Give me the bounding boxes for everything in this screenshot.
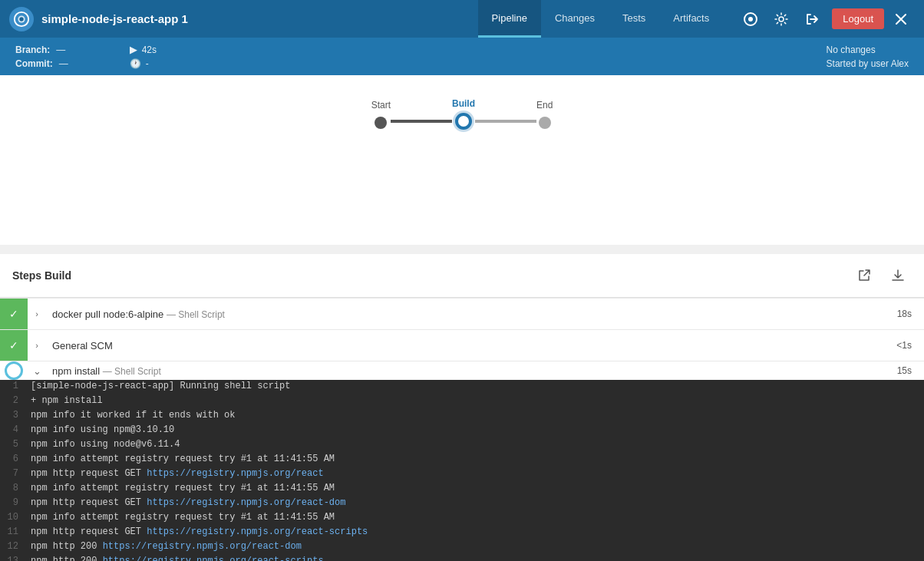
- step-name-npm: npm install — Shell Script: [46, 365, 885, 377]
- step-status-docker: ✓: [0, 299, 28, 329]
- chevron-scm: ›: [28, 341, 46, 350]
- no-changes-text: No changes: [827, 45, 909, 55]
- chevron-npm: ⌄: [28, 365, 46, 377]
- logout-button[interactable]: Logout: [832, 8, 884, 29]
- pipeline-track: Start Build End: [371, 98, 553, 130]
- console-line: 10npm info attempt registry request try …: [0, 511, 924, 526]
- nav-pipeline[interactable]: Pipeline: [478, 0, 541, 38]
- console-line: 3npm info it worked if it ends with ok: [0, 409, 924, 424]
- console-link[interactable]: https://registry.npmjs.org/react-dom: [147, 497, 345, 508]
- step-status-scm: ✓: [0, 330, 28, 361]
- svg-point-2: [19, 17, 24, 21]
- commit-row: Commit: —: [15, 58, 68, 69]
- app-logo: [9, 7, 34, 31]
- branch-label: Branch:: [15, 45, 50, 55]
- end-node: [539, 117, 551, 129]
- step-duration-docker: 18s: [885, 309, 924, 319]
- duration-value: 42s: [142, 45, 157, 55]
- svg-point-4: [748, 17, 753, 21]
- app-title: simple-node-js-react-app 1: [41, 12, 470, 25]
- step-duration-scm: <1s: [884, 340, 924, 351]
- pipeline-area: Start Build End: [0, 75, 924, 245]
- console-line: 8npm info attempt registry request try #…: [0, 482, 924, 497]
- steps-header: Steps Build: [0, 254, 924, 298]
- console-line: 9npm http request GET https://registry.n…: [0, 497, 924, 511]
- settings-icon[interactable]: [767, 5, 795, 33]
- play-icon: ▶: [130, 44, 137, 55]
- console-line: 12npm http 200 https://registry.npmjs.or…: [0, 540, 924, 555]
- svg-point-5: [779, 17, 784, 21]
- steps-panel: Steps Build ✓ › docker pull node:6-alpin…: [0, 254, 924, 561]
- end-label: End: [536, 100, 553, 111]
- step-row-docker[interactable]: ✓ › docker pull node:6-alpine — Shell Sc…: [0, 298, 924, 329]
- header-icons: Logout: [737, 5, 915, 33]
- connector-1: [391, 120, 452, 123]
- build-node: [455, 113, 472, 130]
- branch-value: —: [56, 45, 65, 55]
- subheader-meta-right: No changes Started by user Alex: [827, 45, 909, 69]
- header: simple-node-js-react-app 1 Pipeline Chan…: [0, 0, 924, 38]
- build-label: Build: [452, 98, 475, 109]
- console-line: 1[simple-node-js-react-app] Running shel…: [0, 380, 924, 394]
- nav-tests[interactable]: Tests: [609, 0, 659, 38]
- console-line: 2+ npm install: [0, 394, 924, 409]
- clock-icon: 🕐: [130, 58, 141, 69]
- circle-icon[interactable]: [737, 5, 764, 33]
- steps-actions: [850, 262, 912, 289]
- branch-row: Branch: —: [15, 45, 68, 55]
- console-line: 13npm http 200 https://registry.npmjs.or…: [0, 555, 924, 561]
- connector-2: [475, 120, 536, 123]
- started-by-text: Started by user Alex: [827, 58, 909, 69]
- console-line: 5npm info using node@v6.11.4: [0, 438, 924, 453]
- commit-label: Commit:: [15, 58, 53, 69]
- time-row: 🕐 -: [130, 58, 157, 69]
- step-duration-npm: 15s: [885, 365, 924, 376]
- console-link[interactable]: https://registry.npmjs.org/react-dom: [103, 541, 302, 552]
- duration-row: ▶ 42s: [130, 44, 157, 55]
- console-line: 11npm http request GET https://registry.…: [0, 526, 924, 540]
- download-icon[interactable]: [884, 262, 912, 289]
- step-row-npm[interactable]: ⌄ npm install — Shell Script 15s: [0, 361, 924, 380]
- close-icon[interactable]: [887, 5, 915, 33]
- step-name-docker: docker pull node:6-alpine — Shell Script: [46, 309, 885, 320]
- nav-changes[interactable]: Changes: [541, 0, 609, 38]
- console-link[interactable]: https://registry.npmjs.org/react-scripts: [103, 556, 324, 561]
- step-row-scm[interactable]: ✓ › General SCM <1s: [0, 329, 924, 361]
- console-output: 1[simple-node-js-react-app] Running shel…: [0, 380, 924, 561]
- main-nav: Pipeline Changes Tests Artifacts: [478, 0, 724, 38]
- console-link[interactable]: https://registry.npmjs.org/react-scripts: [147, 526, 368, 537]
- step-name-scm: General SCM: [46, 340, 884, 351]
- commit-value: —: [59, 58, 68, 69]
- console-line: 6npm info attempt registry request try #…: [0, 453, 924, 467]
- console-line: 7npm http request GET https://registry.n…: [0, 467, 924, 482]
- start-node: [375, 117, 387, 129]
- nav-artifacts[interactable]: Artifacts: [659, 0, 723, 38]
- console-link[interactable]: https://registry.npmjs.org/react: [147, 468, 323, 479]
- console-line: 4npm info using npm@3.10.10: [0, 424, 924, 438]
- subheader-meta-left: Branch: — Commit: —: [15, 45, 68, 69]
- chevron-docker: ›: [28, 309, 46, 318]
- external-link-icon[interactable]: [850, 262, 878, 289]
- subheader-meta-center: ▶ 42s 🕐 -: [130, 44, 157, 69]
- start-label: Start: [371, 100, 391, 111]
- pipeline-spacer: [15, 130, 909, 229]
- steps-title: Steps Build: [12, 269, 71, 282]
- step-status-npm: [5, 361, 23, 380]
- exit-icon[interactable]: [798, 5, 826, 33]
- time-value: -: [146, 58, 149, 69]
- pipeline-step-build[interactable]: Build: [452, 98, 475, 130]
- subheader: Branch: — Commit: — ▶ 42s 🕐 - No changes…: [0, 38, 924, 75]
- pipeline-step-start[interactable]: Start: [371, 100, 391, 129]
- pipeline-step-end[interactable]: End: [536, 100, 553, 129]
